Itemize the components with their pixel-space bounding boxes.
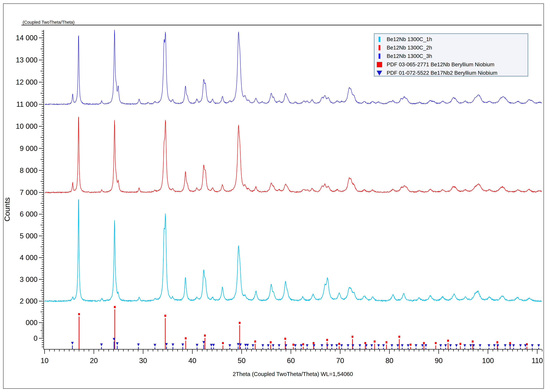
stick-triangle-marker (278, 344, 280, 347)
stick-triangle-marker (196, 344, 198, 347)
stick-triangle-marker (340, 344, 343, 347)
legend: Be12Nb 1300C_1hBe12Nb 1300C_2hBe12Nb 130… (374, 34, 528, 76)
stick-triangle-marker (497, 344, 499, 347)
y-tick-label: 13 000 (16, 56, 38, 64)
y-tick-label: 9 000 (20, 144, 38, 152)
stick-triangle-marker (464, 344, 466, 347)
x-tick-label: 110 (532, 357, 543, 365)
x-tick-label: 50 (238, 357, 246, 365)
legend-bar-marker (379, 45, 380, 50)
pdf-sticks-be17nb2 (71, 338, 540, 349)
stick-triangle-marker (397, 344, 399, 347)
stick-triangle-marker (519, 344, 522, 347)
stick-triangle-marker (370, 344, 373, 347)
stick-triangle-marker (272, 344, 274, 347)
stick-triangle-marker (252, 344, 254, 347)
legend-label: Be12Nb 1300C_2h (387, 45, 432, 51)
legend-label: PDF 01-072-5522 Be17Nb2 Beryllium Niobiu… (387, 70, 497, 76)
stick-triangle-marker (512, 344, 515, 347)
stick-triangle-marker (415, 344, 417, 347)
stick-square-marker (326, 339, 328, 341)
stick-triangle-marker (382, 344, 385, 347)
stick-triangle-marker (377, 344, 380, 347)
x-tick-label: 30 (139, 357, 147, 365)
stick-square-marker (364, 342, 366, 344)
stick-triangle-marker (469, 344, 472, 347)
y-tick-label: 12 000 (16, 78, 38, 86)
stick-square-marker (222, 342, 224, 344)
stick-triangle-marker (212, 344, 215, 347)
stick-square-marker (164, 315, 166, 317)
stick-triangle-marker (335, 344, 338, 347)
stick-triangle-marker (261, 344, 264, 347)
stick-square-marker (472, 340, 473, 343)
stick-triangle-marker (359, 344, 361, 347)
legend-row[interactable]: Be12Nb 1300C_2h (379, 45, 432, 51)
stick-triangle-marker (321, 344, 323, 347)
stick-square-marker (302, 343, 304, 345)
x-tick-label: 20 (90, 357, 98, 365)
stick-triangle-marker (294, 344, 297, 347)
stick-triangle-marker (455, 344, 458, 347)
stick-square-marker (284, 338, 286, 340)
y-tick-label: 5 000 (20, 232, 38, 240)
stick-triangle-marker (154, 344, 156, 347)
stick-triangle-marker (237, 343, 239, 346)
stick-square-marker (435, 342, 437, 344)
stick-square-marker (185, 337, 186, 339)
y-tick-label: 000 (26, 318, 38, 326)
y-tick-label: 4 000 (20, 254, 38, 262)
stick-square-marker (270, 341, 272, 343)
stick-triangle-marker (182, 344, 184, 346)
y-tick-label: 0 (34, 334, 38, 342)
stick-square-marker (78, 313, 80, 315)
legend-row[interactable]: PDF 03-065-2771 Be12Nb Beryllium Niobium (377, 61, 494, 68)
xrd-application-view: (Coupled TwoTheta/Theta) 14 00013 00012 … (0, 0, 547, 392)
stick-triangle-marker (531, 344, 533, 347)
stick-square-marker (204, 334, 206, 337)
stick-triangle-marker (537, 344, 540, 347)
legend-row[interactable]: PDF 01-072-5522 Be17Nb2 Beryllium Niobiu… (377, 70, 497, 76)
x-axis-title: 2Theta (Coupled TwoTheta/Theta) WL=1,540… (233, 371, 353, 377)
y-tick-label: 6 000 (20, 210, 38, 218)
y-tick-label: 3 000 (20, 275, 38, 283)
stick-square-marker (338, 343, 340, 345)
stick-triangle-marker (424, 344, 427, 347)
y-axis-title: Counts (3, 197, 11, 222)
reference-stick-patterns (71, 306, 540, 349)
stick-triangle-marker (326, 344, 328, 347)
stick-square-marker (410, 344, 411, 346)
axes: 14 00013 00012 00011 00010 0009 0008 000… (16, 30, 543, 365)
stick-triangle-marker (493, 344, 496, 347)
stick-square-marker (447, 340, 449, 342)
stick-triangle-marker (347, 344, 349, 347)
x-tick-label: 60 (287, 357, 295, 365)
stick-triangle-marker (100, 344, 103, 346)
stick-triangle-marker (479, 344, 481, 347)
stick-triangle-marker (352, 344, 354, 347)
stick-triangle-marker (407, 344, 410, 347)
stick-square-marker (386, 341, 387, 343)
stick-triangle-marker (71, 342, 74, 345)
legend-row[interactable]: Be12Nb 1300C_3h (379, 53, 432, 59)
y-tick-label: 2 000 (20, 297, 38, 305)
stick-square-marker (254, 340, 256, 343)
stick-triangle-marker (210, 344, 212, 347)
stick-triangle-marker (444, 344, 447, 347)
legend-row[interactable]: Be12Nb 1300C_1h (379, 36, 432, 42)
stick-triangle-marker (401, 344, 403, 347)
legend-label: Be12Nb 1300C_3h (387, 53, 432, 59)
legend-square-marker (377, 62, 382, 67)
stick-triangle-marker (449, 344, 452, 347)
stick-triangle-marker (116, 342, 119, 345)
stick-triangle-marker (488, 344, 490, 347)
stick-square-marker (509, 342, 511, 344)
stick-square-marker (239, 322, 240, 324)
stick-square-marker (398, 336, 400, 338)
stick-square-marker (114, 306, 116, 308)
y-tick-label: 11 000 (16, 100, 38, 108)
trace-be12nb-1300c-2h (45, 117, 542, 193)
x-tick-label: 100 (482, 357, 494, 365)
x-tick-label: 10 (41, 357, 48, 365)
stick-square-marker (423, 342, 425, 344)
